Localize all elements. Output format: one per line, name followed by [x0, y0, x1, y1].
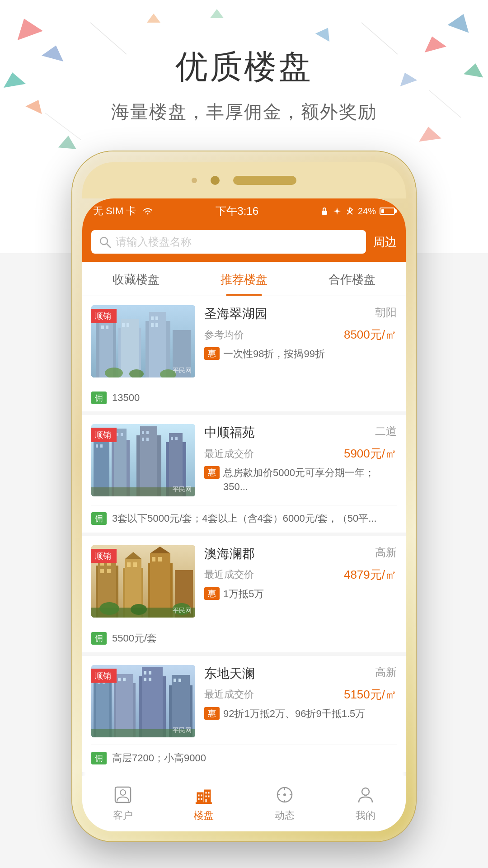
- tab-partner[interactable]: 合作楼盘: [298, 262, 406, 296]
- svg-rect-101: [149, 671, 151, 675]
- news-icon: [273, 783, 296, 806]
- svg-point-122: [283, 793, 286, 796]
- svg-rect-114: [201, 798, 202, 800]
- hot-badge-4: 顺销: [91, 669, 117, 683]
- phone-frame: 无 SIM 卡 下午3:16: [72, 151, 416, 841]
- property-main-3: 顺销 平民网 澳海澜郡 高新 最近成交价 4879元/㎡: [91, 545, 397, 618]
- carrier-text: 无 SIM 卡: [93, 204, 136, 218]
- svg-rect-24: [121, 319, 139, 377]
- property-list: 顺销 平民网 圣海翠湖园 朝阳 参考均价 8500元/㎡: [82, 296, 406, 772]
- commission-badge-2: 佣: [91, 512, 107, 525]
- price-value-4: 5150元/㎡: [344, 687, 397, 703]
- svg-rect-54: [121, 433, 123, 436]
- phone-screen: 无 SIM 卡 下午3:16: [82, 198, 406, 831]
- property-item-1[interactable]: 顺销 平民网 圣海翠湖园 朝阳 参考均价 8500元/㎡: [82, 296, 406, 411]
- commission-text-3: 5500元/套: [112, 632, 157, 645]
- battery-percent: 24%: [358, 206, 376, 217]
- svg-rect-98: [118, 678, 121, 681]
- svg-point-127: [362, 788, 369, 795]
- commission-bar-1: 佣 13500: [91, 385, 397, 404]
- nav-item-property[interactable]: 楼盘: [163, 776, 244, 831]
- nav-label-news: 动态: [275, 809, 295, 822]
- property-price-row-3: 最近成交价 4879元/㎡: [204, 567, 397, 583]
- phone-camera: [211, 176, 220, 185]
- property-item-4[interactable]: 顺销 平民网 东地天澜 高新 最近成交价 5150元/㎡: [82, 656, 406, 772]
- svg-rect-57: [142, 438, 144, 441]
- property-main-2: 顺销 平民网 中顺福苑 二道 最近成交价 5900元/㎡: [91, 424, 397, 498]
- svg-rect-104: [174, 679, 176, 682]
- location-icon: [333, 207, 342, 216]
- watermark-3: 平民网: [173, 607, 192, 615]
- property-price-row-1: 参考均价 8500元/㎡: [204, 327, 397, 343]
- svg-rect-89: [116, 674, 133, 737]
- property-item-2[interactable]: 顺销 平民网 中顺福苑 二道 最近成交价 5900元/㎡: [82, 415, 406, 533]
- property-image-4: 顺销 平民网: [91, 665, 195, 737]
- property-header-4: 东地天澜 高新: [204, 665, 397, 682]
- promo-badge-4: 惠: [204, 707, 220, 720]
- svg-rect-17: [322, 211, 327, 215]
- nav-item-news[interactable]: 动态: [244, 776, 325, 831]
- svg-rect-55: [142, 431, 144, 434]
- price-label-4: 最近成交价: [204, 688, 254, 701]
- price-value-1: 8500元/㎡: [344, 327, 397, 343]
- price-label-1: 参考均价: [204, 328, 244, 342]
- property-image-2: 顺销 平民网: [91, 424, 195, 496]
- search-input-wrap[interactable]: 请输入楼盘名称: [91, 230, 366, 254]
- svg-rect-58: [146, 438, 149, 441]
- bluetooth-icon: [345, 207, 354, 216]
- nav-item-mine[interactable]: 我的: [325, 776, 406, 831]
- property-price-row-4: 最近成交价 5150元/㎡: [204, 687, 397, 703]
- price-label-3: 最近成交价: [204, 568, 254, 581]
- status-bar: 无 SIM 卡 下午3:16: [82, 198, 406, 224]
- svg-rect-80: [158, 557, 162, 561]
- price-label-2: 最近成交价: [204, 447, 254, 461]
- nav-label-property: 楼盘: [194, 809, 214, 822]
- page-title: 优质楼盘: [0, 45, 488, 89]
- svg-rect-26: [149, 312, 166, 377]
- property-header-1: 圣海翠湖园 朝阳: [204, 305, 397, 322]
- battery-fill: [381, 209, 384, 213]
- nav-label-client: 客户: [113, 809, 133, 822]
- property-details-2: 中顺福苑 二道 最近成交价 5900元/㎡ 惠 总房款加价5000元可享分期一年…: [204, 424, 397, 498]
- property-header-3: 澳海澜郡 高新: [204, 545, 397, 562]
- property-price-row-2: 最近成交价 5900元/㎡: [204, 446, 397, 462]
- svg-rect-115: [205, 792, 207, 794]
- client-icon: [112, 783, 134, 806]
- svg-rect-60: [175, 437, 178, 440]
- tab-recommended[interactable]: 推荐楼盘: [190, 262, 298, 296]
- phone-mockup: 无 SIM 卡 下午3:16: [72, 151, 416, 841]
- phone-top-bar: [82, 162, 406, 198]
- commission-bar-2: 佣 3套以下5000元/套；4套以上（含4套）6000元/套，（50平...: [91, 505, 397, 525]
- svg-rect-76: [107, 569, 111, 573]
- property-header-2: 中顺福苑 二道: [204, 424, 397, 441]
- nav-item-client[interactable]: 客户: [82, 776, 163, 831]
- property-main-4: 顺销 平民网 东地天澜 高新 最近成交价 5150元/㎡: [91, 665, 397, 737]
- svg-rect-105: [178, 679, 181, 682]
- commission-badge-1: 佣: [91, 392, 107, 404]
- nearby-button[interactable]: 周边: [373, 234, 397, 250]
- status-right: 24%: [320, 206, 395, 217]
- property-main-1: 顺销 平民网 圣海翠湖园 朝阳 参考均价 8500元/㎡: [91, 305, 397, 377]
- promo-text-2: 总房款加价5000元可享分期一年；350...: [223, 466, 397, 494]
- svg-rect-37: [155, 323, 158, 327]
- svg-point-83: [131, 604, 147, 615]
- tab-saved[interactable]: 收藏楼盘: [82, 262, 190, 296]
- svg-rect-46: [140, 426, 157, 496]
- svg-rect-116: [208, 792, 210, 794]
- svg-rect-78: [133, 562, 137, 567]
- svg-rect-113: [198, 798, 200, 800]
- svg-rect-99: [123, 678, 126, 681]
- svg-rect-36: [151, 323, 154, 327]
- svg-rect-103: [149, 678, 151, 681]
- svg-line-19: [107, 244, 110, 247]
- status-time: 下午3:16: [216, 204, 258, 218]
- property-item-3[interactable]: 顺销 平民网 澳海澜郡 高新 最近成交价 4879元/㎡: [82, 536, 406, 652]
- svg-marker-9: [417, 125, 441, 142]
- wifi-icon: [141, 207, 154, 216]
- commission-text-4: 高层7200；小高9000: [112, 751, 206, 765]
- watermark-1: 平民网: [173, 367, 192, 375]
- svg-point-108: [120, 790, 126, 795]
- property-promo-4: 惠 92折1万抵2万、96折9千抵1.5万: [204, 707, 397, 721]
- svg-rect-56: [146, 431, 149, 434]
- svg-rect-35: [155, 316, 158, 320]
